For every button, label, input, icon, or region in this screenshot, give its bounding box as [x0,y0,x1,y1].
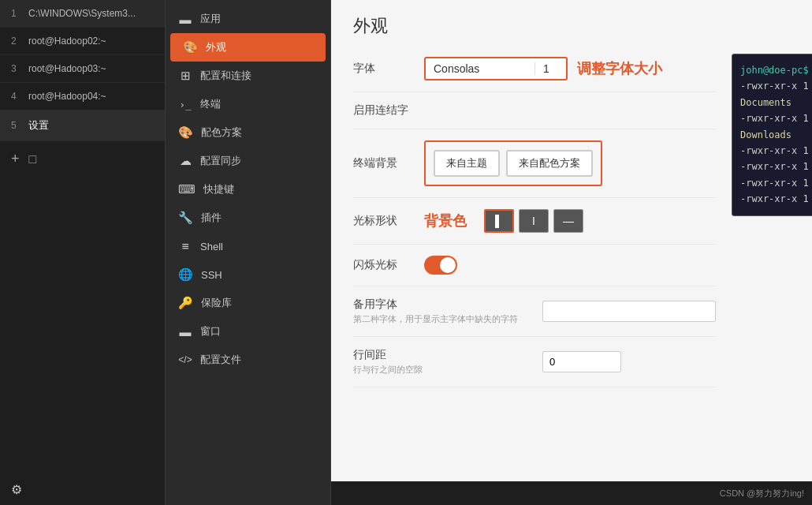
sidebar-label-zhongduan: 终端 [200,97,221,111]
cursor-shape-group: ▌ I — [484,209,583,233]
ssh-icon: 🌐 [178,267,193,282]
line-spacing-input[interactable] [542,351,621,372]
bg-from-theme-button[interactable]: 来自主题 [434,150,500,177]
blink-cursor-control [424,256,716,275]
vault-icon: 🔑 [178,296,193,310]
tp-line-4: -rwxr-xr-x 1 root [740,110,812,126]
tp-line-7: -rwxr-xr-x 1 root Music [740,159,812,174]
window-icon: ▬ [178,325,192,339]
font-size-display: 1 [535,62,558,75]
page-title: 外观 [331,0,812,46]
plugin-icon: 🔧 [178,211,193,225]
tp-line-8: -rwxr-xr-x 1 root 执行可能フ [740,175,812,191]
sidebar-label-shell: Shell [200,241,223,252]
sidebar-label-yingyong: 应用 [200,12,221,26]
tab-list: 1 C:\WINDOWS\System3... 2 root@Hadoop02:… [0,0,166,505]
sidebar: ▬ 应用 🎨 外观 ⊞ 配置和连接 ›_ 终端 🎨 配色方案 ☁ 配置同步 ⌨ … [166,0,331,505]
sidebar-item-shortcut[interactable]: ⌨ 快捷键 [166,175,330,204]
tp-line-9: -rwxr-xr-x 1 root sym -> lin [740,191,812,207]
sidebar-item-zhongduan[interactable]: ›_ 终端 [166,90,330,118]
cursor-shape-row: 光标形状 背景色 ▌ I — [353,198,716,245]
font-label: 字体 [353,62,424,76]
sidebar-item-sync[interactable]: ☁ 配置同步 [166,147,330,175]
terminal-bg-row: 终端背景 来自主题 来自配色方案 [353,129,716,198]
tab-item-2[interactable]: 2 root@Hadoop02:~ [0,28,165,55]
shell-icon: ≡ [178,239,192,253]
tab-label-1: C:\WINDOWS\System3... [28,8,136,19]
add-tab-button[interactable]: + [11,151,20,167]
sidebar-item-vault[interactable]: 🔑 保险库 [166,289,330,317]
blink-toggle[interactable] [424,256,457,275]
tp-line-3: Documents [740,95,812,110]
terminal-bg-label: 终端背景 [353,156,424,170]
tp-line-6: -rwxr-xr-x 1 root Pictures [740,143,812,159]
tab-label-3: root@Hadoop03:~ [28,63,106,74]
config-icon: ⊞ [178,69,192,83]
tab-num-5: 5 [11,120,22,131]
sidebar-item-window[interactable]: ▬ 窗口 [166,317,330,346]
sidebar-item-ssh[interactable]: 🌐 SSH [166,260,330,289]
tab-item-5[interactable]: 5 设置 [0,110,165,141]
sidebar-label-window: 窗口 [200,324,221,339]
sidebar-item-peisefangan[interactable]: 🎨 配色方案 [166,118,330,147]
cursor-bg-label: 背景色 [424,211,467,230]
settings-icon: ⚙ [11,482,22,497]
sidebar-label-config-file: 配置文件 [200,353,241,367]
sidebar-label-shortcut: 快捷键 [203,182,234,196]
sidebar-item-yingyong[interactable]: ▬ 应用 [166,5,330,33]
cursor-shape-label: 光标形状 [353,214,424,228]
sidebar-item-shell[interactable]: ≡ Shell [166,232,330,260]
tab-label-4: root@Hadoop04:~ [28,91,106,102]
backup-font-input[interactable] [542,301,716,322]
sidebar-label-peizhi: 配置和连接 [200,69,251,83]
sidebar-item-waiguan[interactable]: 🎨 外观 [170,33,326,62]
settings-bottom[interactable]: ⚙ [0,474,165,505]
shortcut-icon: ⌨ [178,182,196,196]
bottom-bar: CSDN @努力努力ing! [331,481,812,505]
tab-label-2: root@Hadoop02:~ [28,36,106,47]
sidebar-item-config-file[interactable]: </> 配置文件 [166,346,330,374]
backup-font-control [542,301,716,322]
sidebar-label-vault: 保险库 [201,296,232,310]
terminal-preview: john@doe-pc$ ls -rwxr-xr-x 1 root Docume… [732,54,812,216]
bg-button-group: 来自主题 来自配色方案 [424,140,602,186]
tp-line-5: Downloads [740,127,812,143]
tab-item-3[interactable]: 3 root@Hadoop03:~ [0,55,165,83]
toggle-knob [440,257,456,273]
content-area: 外观 字体 Consolas 1 调整字体大小 [331,0,812,505]
colorscheme-icon: 🎨 [178,125,193,140]
tab-item-1[interactable]: 1 C:\WINDOWS\System3... [0,0,165,28]
configfile-icon: </> [178,354,192,365]
line-spacing-control [542,351,716,372]
connect-string-label: 启用连结字 [353,103,424,118]
appearance-icon: 🎨 [183,40,198,54]
tab-label-5: 设置 [28,118,49,133]
cursor-line[interactable]: I [519,209,549,233]
font-input-box[interactable]: Consolas 1 [424,57,568,80]
tab-item-4[interactable]: 4 root@Hadoop04:~ [0,83,165,110]
sidebar-item-peizhi[interactable]: ⊞ 配置和连接 [166,62,330,90]
tab-num-2: 2 [11,36,22,47]
tab-num-1: 1 [11,8,22,19]
blink-cursor-label: 闪烁光标 [353,258,424,272]
tab-num-4: 4 [11,91,22,102]
terminal-icon: ›_ [178,99,192,110]
sidebar-label-sync: 配置同步 [200,154,241,168]
backup-font-sub: 第二种字体，用于显示主字体中缺失的字符 [353,313,527,325]
sidebar-label-plugin: 插件 [201,211,222,225]
sidebar-label-peisefangan: 配色方案 [201,125,242,140]
font-setting-row: 字体 Consolas 1 调整字体大小 [353,46,716,92]
new-window-button[interactable]: □ [29,152,37,166]
bg-from-scheme-button[interactable]: 来自配色方案 [506,150,593,177]
cursor-block[interactable]: ▌ [484,209,514,233]
sync-icon: ☁ [178,154,192,168]
backup-font-label: 备用字体 [353,297,527,312]
sidebar-item-plugin[interactable]: 🔧 插件 [166,204,330,232]
terminal-bg-control: 来自主题 来自配色方案 [424,140,716,186]
cursor-shape-control: 背景色 ▌ I — [424,209,716,233]
tp-line-2: -rwxr-xr-x 1 root [740,78,812,94]
line-spacing-sub: 行与行之间的空隙 [353,364,527,376]
cursor-underline[interactable]: — [553,209,583,233]
line-spacing-row: 行间距 行与行之间的空隙 [353,337,716,387]
app-icon: ▬ [178,13,192,26]
